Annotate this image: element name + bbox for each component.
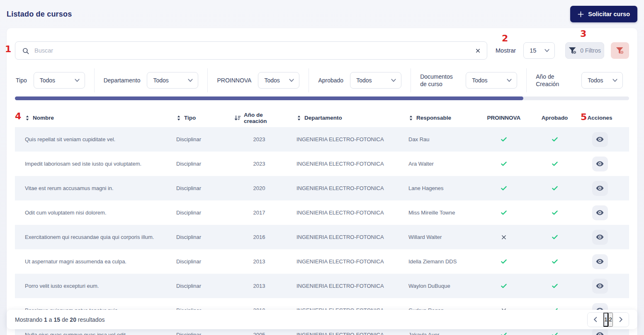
courses-table: NombreTipoAño de creaciónDepartamentoRes… (15, 108, 629, 335)
page-button-2[interactable]: 2 (608, 313, 613, 327)
cell-departamento: INGENIERIA ELECTRO-FOTONICA (284, 283, 396, 289)
filter-group-4: Documentos de cursoTodos (411, 68, 527, 92)
table-row: Impedit laboriosam sed iste iusto qui vo… (15, 152, 629, 176)
show-label: Mostrar (496, 47, 516, 54)
chevron-down-icon (507, 79, 512, 82)
annotation-4: 4 (15, 111, 21, 121)
clear-search-icon[interactable] (475, 48, 481, 54)
filter-clear-icon (569, 47, 577, 55)
view-course-button[interactable] (592, 132, 608, 147)
chevron-down-icon (75, 79, 80, 82)
cell-anio-creacion: 2016 (234, 234, 284, 240)
filter-clear-icon-red (616, 47, 624, 55)
view-course-button[interactable] (592, 205, 608, 220)
sort-icon (25, 115, 30, 121)
previous-page-button[interactable] (588, 313, 603, 327)
cell-departamento: INGENIERIA ELECTRO-FOTONICA (284, 332, 396, 335)
filter-select-1[interactable]: Todos (147, 72, 198, 89)
cell-anio-creacion: 2017 (234, 210, 284, 216)
summary-total: 20 (70, 316, 76, 323)
filter-label: Año de Creación (536, 73, 575, 88)
cell-nombre: Impedit laboriosam sed iste iusto qui vo… (25, 161, 176, 167)
filters-count-button[interactable]: 0 Filtros (565, 42, 604, 59)
search-input[interactable] (34, 47, 469, 54)
toolbar-row: Mostrar 15 0 Filtros (15, 41, 629, 60)
sort-icon (296, 115, 301, 121)
horizontal-scrollbar-thumb[interactable] (15, 96, 523, 100)
eye-icon (596, 258, 604, 265)
topbar: Listado de cursos Solicitar curso (0, 0, 644, 28)
column-header-2[interactable]: Año de creación (234, 112, 284, 124)
table-row: Exercitationem qui recusandae quia qui c… (15, 225, 629, 249)
filter-label: PROINNOVA (217, 77, 251, 84)
filter-label: Aprobado (318, 77, 343, 84)
summary-suffix: resultados (78, 316, 105, 323)
column-header-4[interactable]: Responsable (396, 115, 479, 121)
column-header-label: Nombre (33, 115, 54, 121)
annotation-5: 5 (581, 112, 587, 122)
filter-select-0[interactable]: Todos (34, 72, 85, 89)
cell-departamento: INGENIERIA ELECTRO-FOTONICA (284, 258, 396, 265)
sort-icon (408, 115, 413, 121)
cell-nombre: Quis repellat sit veniam cupiditate vel. (25, 136, 176, 142)
cell-nombre: Vitae est rerum accusamus magni in. (25, 185, 176, 191)
page-size-value: 15 (530, 47, 536, 54)
clear-all-filters-button[interactable] (611, 42, 629, 59)
cell-responsable: Miss Mireille Towne (396, 210, 479, 216)
column-header-1[interactable]: Tipo (176, 115, 234, 121)
cell-tipo: Disciplinar (176, 210, 234, 216)
cell-responsable: Lane Hagenes (396, 185, 479, 191)
chevron-down-icon (289, 79, 294, 82)
cell-anio-creacion: 2020 (234, 185, 284, 191)
eye-icon (596, 160, 604, 168)
cell-responsable: Jakayla Auer (396, 332, 479, 335)
column-header-label: Responsable (416, 115, 451, 121)
summary-a: a (49, 316, 52, 323)
filter-select-value: Todos (264, 77, 279, 84)
filter-select-value: Todos (40, 77, 55, 84)
cell-tipo: Disciplinar (176, 136, 234, 142)
horizontal-scrollbar-track[interactable] (15, 96, 629, 100)
aprobado-check-icon (529, 331, 581, 335)
cell-tipo: Disciplinar (176, 161, 234, 167)
filter-select-value: Todos (356, 77, 372, 84)
aprobado-check-icon (529, 185, 581, 192)
proinnova-check-icon (479, 136, 529, 143)
cell-tipo: Disciplinar (176, 258, 234, 265)
cell-anio-creacion: 2013 (234, 258, 284, 265)
summary-to: 15 (53, 316, 60, 323)
column-header-0[interactable]: Nombre (25, 115, 176, 121)
cell-responsable: Ara Walter (396, 161, 479, 167)
eye-icon (596, 135, 604, 143)
proinnova-check-icon (479, 185, 529, 192)
filter-select-3[interactable]: Todos (350, 72, 401, 89)
filter-group-1: DepartamentoTodos (95, 68, 208, 92)
filter-group-0: TipoTodos (15, 68, 95, 92)
view-course-button[interactable] (592, 279, 608, 294)
column-header-label: Aprobado (542, 115, 568, 121)
view-course-button[interactable] (592, 181, 608, 196)
column-header-label: Tipo (184, 115, 196, 121)
column-header-label: Año de creación (244, 112, 284, 124)
view-course-button[interactable] (592, 157, 608, 171)
page-button-1[interactable]: 1 (603, 313, 608, 327)
next-page-button[interactable] (613, 313, 629, 327)
proinnova-check-icon (479, 331, 529, 335)
table-row: Ut aspernatur magni assumenda ea culpa.D… (15, 249, 629, 274)
filter-group-3: AprobadoTodos (309, 68, 411, 92)
chevron-down-icon (391, 79, 396, 82)
table-body: Quis repellat sit veniam cupiditate vel.… (15, 127, 629, 335)
results-footer: Mostrando 1 a 15 de 20 resultados 12 (7, 310, 637, 329)
cell-tipo: Disciplinar (176, 332, 234, 335)
request-course-button[interactable]: Solicitar curso (570, 6, 637, 22)
filter-select-2[interactable]: Todos (258, 72, 299, 89)
filter-select-5[interactable]: Todos (581, 72, 623, 89)
column-header-3[interactable]: Departamento (284, 115, 396, 121)
filter-select-4[interactable]: Todos (466, 72, 517, 89)
cell-responsable: Dax Rau (396, 136, 479, 142)
eye-icon (596, 209, 604, 217)
view-course-button[interactable] (592, 254, 608, 269)
proinnova-check-icon (479, 282, 529, 289)
page-size-select[interactable]: 15 (523, 42, 555, 59)
view-course-button[interactable] (592, 230, 608, 245)
